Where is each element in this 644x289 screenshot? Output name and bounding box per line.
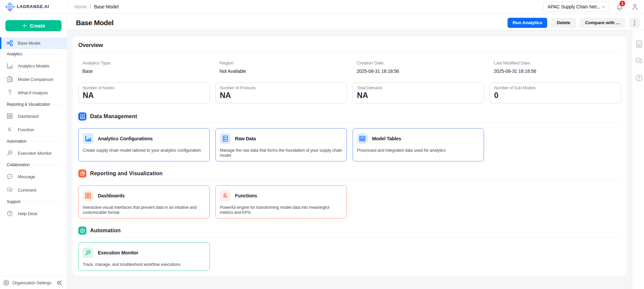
section-divider <box>78 180 621 180</box>
robot-icon <box>636 40 643 48</box>
overview-title: Overview <box>78 42 621 48</box>
field-value: Base <box>82 69 210 74</box>
more-actions-button[interactable] <box>629 17 640 28</box>
table-icon <box>357 133 368 144</box>
field-last-modified: Last Modified Date: 2025-08-31 16:18:56 <box>490 61 621 74</box>
sidebar-group-analytics: Analytics <box>0 49 67 59</box>
fx-icon <box>7 127 13 133</box>
card-description: Processed and integrated data used for a… <box>357 148 480 153</box>
card-title: Model Tables <box>372 136 401 141</box>
card-functions[interactable]: Functions Powerful engine for transformi… <box>215 185 347 219</box>
group-divider-line <box>23 202 62 202</box>
sidebar-item-label: Help Desk <box>18 211 37 216</box>
field-analytics-type: Analytics Type: Base <box>78 61 210 74</box>
field-value: 2025-08-31 16:18:56 <box>494 69 621 74</box>
create-button-label: Create <box>30 23 45 29</box>
sidebar-item-label: Message <box>18 174 35 179</box>
sidebar-item-comment[interactable]: Comment <box>0 183 67 197</box>
grid-icon <box>7 113 13 119</box>
sidebar-group-label: Collaboration <box>7 162 30 167</box>
sidebar-item-label: Dashboard <box>18 114 39 119</box>
top-bar: LAGRANGE.AI Home / Base Model APAC Suppl… <box>0 0 644 14</box>
compare-with-button[interactable]: Compare with ... <box>579 18 625 28</box>
sidebar-item-analytics-models[interactable]: Analytics Models <box>0 59 67 73</box>
sidebar-divider <box>5 34 64 35</box>
card-dashboards[interactable]: Dashboards Interactive visual interfaces… <box>78 185 210 219</box>
brand-logo-icon <box>5 2 15 12</box>
card-header: Raw Data <box>220 133 343 144</box>
workspace-select-value: APAC Supply Chain Net... <box>548 4 601 9</box>
delete-button[interactable]: Delete <box>551 18 576 28</box>
dots-vertical-icon <box>634 20 635 26</box>
sidebar-item-base-model[interactable]: Base Model <box>0 37 67 49</box>
question-icon <box>7 90 13 96</box>
section-header: Data Management <box>78 112 621 121</box>
help-button[interactable] <box>634 69 644 86</box>
section-data-management: Data Management <box>78 112 621 161</box>
breadcrumb-home[interactable]: Home <box>74 4 87 9</box>
section-divider <box>78 123 621 123</box>
page-header: Base Model Run Analytics Delete Compare … <box>67 14 644 30</box>
card-description: Create supply chain model tailored to yo… <box>83 148 205 153</box>
sidebar: Create Base <box>0 14 67 289</box>
sidebar-group-label: Support <box>7 199 21 204</box>
sidebar-item-model-comparison[interactable]: Model Comparison <box>0 73 67 86</box>
card-title: Functions <box>235 193 257 198</box>
sidebar-item-function[interactable]: Function <box>0 123 67 136</box>
collapse-sidebar-icon[interactable] <box>56 280 62 285</box>
sidebar-item-message[interactable]: Message <box>0 170 67 183</box>
run-analytics-button[interactable]: Run Analytics <box>508 18 547 28</box>
user-menu-button[interactable] <box>632 3 637 10</box>
organization-settings-label[interactable]: Organization Settings <box>12 281 51 285</box>
stat-number-of-products: Number of Products NA <box>215 83 347 103</box>
app-root: LAGRANGE.AI Home / Base Model APAC Suppl… <box>0 0 644 289</box>
stat-number-of-sub-models: Number of Sub-Models 0 <box>490 83 621 103</box>
stat-value: NA <box>83 91 205 100</box>
notifications-button[interactable]: 1 <box>616 3 622 11</box>
sidebar-item-dashboard[interactable]: Dashboard <box>0 109 67 123</box>
stat-value: 0 <box>494 91 617 100</box>
section-header: Automation <box>78 227 621 235</box>
chat-bubbles-icon <box>635 57 643 64</box>
workspace-select[interactable]: APAC Supply Chain Net... <box>543 2 609 12</box>
sidebar-item-label: Execution Monitor <box>18 151 52 156</box>
dashboard-grid-icon <box>83 190 93 201</box>
stat-value: NA <box>357 91 480 100</box>
section-cards: Dashboards Interactive visual interfaces… <box>78 185 621 219</box>
brand-logo[interactable]: LAGRANGE.AI <box>5 2 67 12</box>
gear-icon[interactable] <box>3 280 9 286</box>
sidebar-item-help-desk[interactable]: Help Desk <box>0 207 67 220</box>
notification-badge: 1 <box>619 1 625 6</box>
field-value: 2025-08-31 16:18:56 <box>357 69 484 74</box>
partition-icon <box>7 40 13 46</box>
card-execution-monitor[interactable]: Execution Monitor Track, manage, and tro… <box>78 242 210 271</box>
user-icon <box>632 3 638 10</box>
sidebar-item-what-if[interactable]: What-if Analysis <box>0 86 67 99</box>
stat-total-demand: Total Demand NA <box>353 83 484 103</box>
create-button[interactable]: Create <box>5 20 62 31</box>
message-icon <box>7 174 13 180</box>
topbar-divider <box>67 4 67 9</box>
breadcrumb: Home / Base Model <box>74 4 119 9</box>
section-divider <box>78 237 621 237</box>
chat-button[interactable] <box>634 53 644 69</box>
section-title: Data Management <box>90 113 137 119</box>
sidebar-item-execution-monitor[interactable]: Execution Monitor <box>0 146 67 160</box>
card-raw-data[interactable]: Raw Data Manage the raw data that forms … <box>215 128 347 161</box>
overview-divider <box>78 51 621 52</box>
field-label: Creation Date: <box>357 61 484 65</box>
sidebar-menu: Base Model Analytics <box>0 37 67 276</box>
sidebar-item-label: Base Model <box>18 41 40 46</box>
content-scroll[interactable]: Overview Analytics Type: Base Region: No… <box>67 30 632 289</box>
brand-name: LAGRANGE.AI <box>17 4 49 9</box>
sidebar-group-collaboration: Collaboration <box>0 160 67 170</box>
sidebar-group-reporting: Reporting & Visualization <box>0 99 67 109</box>
card-model-tables[interactable]: Model Tables Processed and integrated da… <box>353 128 484 161</box>
stat-label: Number of Sub-Models <box>494 86 617 90</box>
card-analytics-configurations[interactable]: Analytics Configurations Create supply c… <box>78 128 210 161</box>
group-divider-line <box>25 54 62 54</box>
card-title: Dashboards <box>98 193 125 198</box>
ai-assistant-button[interactable] <box>634 30 644 52</box>
group-divider-line <box>53 104 62 105</box>
diff-document-icon <box>7 76 13 82</box>
